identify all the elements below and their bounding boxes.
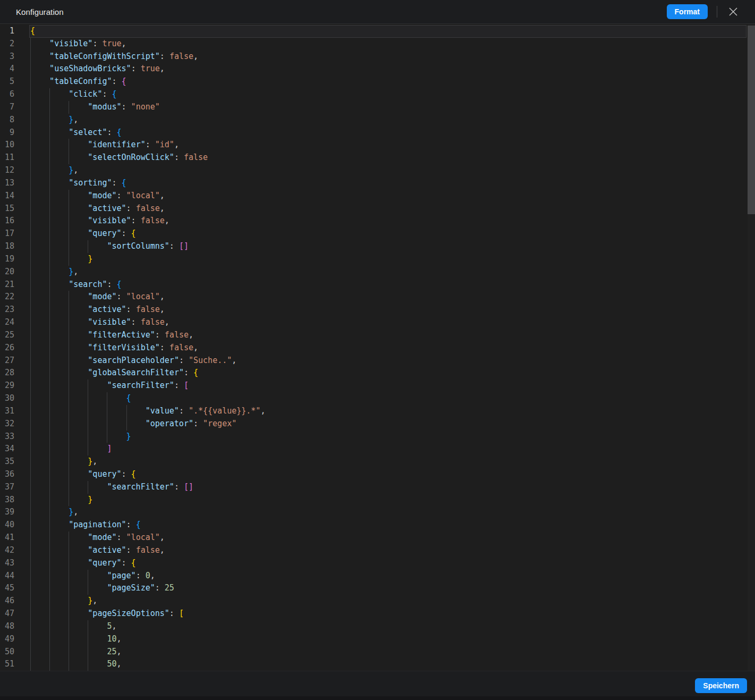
code-line[interactable]: 39},: [0, 506, 755, 519]
code-token-punc: ,: [160, 533, 165, 542]
scrollbar-thumb[interactable]: [748, 26, 755, 214]
code-line-content: "query": {: [30, 468, 136, 481]
code-line[interactable]: 36"query": {: [0, 468, 755, 481]
code-line[interactable]: 16"visible": false,: [0, 215, 755, 227]
indent-guide: [49, 620, 69, 633]
code-line-content: "pageSize": 25: [30, 582, 174, 595]
code-line[interactable]: 30{: [0, 392, 755, 405]
indent-guide: [49, 557, 69, 570]
code-line[interactable]: 11"selectOnRowClick": false: [0, 151, 755, 164]
line-number: 34: [0, 443, 14, 456]
code-line[interactable]: 9"select": {: [0, 126, 755, 139]
close-button[interactable]: [726, 5, 740, 19]
code-line[interactable]: 2"visible": true,: [0, 38, 755, 50]
code-line[interactable]: 8},: [0, 114, 755, 126]
indent-guide: [69, 658, 88, 671]
code-line[interactable]: 18"sortColumns": []: [0, 240, 755, 253]
code-line[interactable]: 24"visible": false,: [0, 316, 755, 329]
code-token-punc: ,: [160, 204, 165, 213]
code-line[interactable]: 33}: [0, 431, 755, 443]
format-button[interactable]: Format: [667, 4, 708, 19]
code-line[interactable]: 5025,: [0, 646, 755, 659]
indent-guide: [30, 544, 49, 557]
code-line-content: "identifier": "id",: [30, 139, 179, 151]
code-token-key: "searchPlaceholder": [88, 356, 179, 365]
code-line-content: },: [30, 114, 78, 126]
code-line-content: "visible": false,: [30, 215, 169, 227]
code-line[interactable]: 45"pageSize": 25: [0, 582, 755, 595]
code-token-num: 50: [107, 659, 116, 669]
indent-guide: [69, 355, 88, 367]
indent-guide: [69, 532, 88, 544]
code-line[interactable]: 5150,: [0, 658, 755, 671]
code-line[interactable]: 40"pagination": {: [0, 519, 755, 532]
indent-guide: [30, 494, 49, 507]
code-line[interactable]: 4910,: [0, 633, 755, 646]
code-line[interactable]: 6"click": {: [0, 88, 755, 101]
code-content[interactable]: 1{2"visible": true,3"tableConfigWithScri…: [0, 25, 755, 671]
code-line-content: 50,: [30, 658, 122, 671]
line-number: 13: [0, 177, 14, 190]
code-token-bb: {: [117, 128, 122, 137]
indent-guide: [69, 253, 88, 266]
code-line[interactable]: 3"tableConfigWithScript": false,: [0, 50, 755, 63]
code-line[interactable]: 13"sorting": {: [0, 177, 755, 190]
code-line[interactable]: 4"useShadowBricks": true,: [0, 63, 755, 75]
code-line[interactable]: 17"query": {: [0, 227, 755, 240]
line-number: 30: [0, 392, 14, 405]
indent-guide: [88, 582, 107, 595]
code-line[interactable]: 23"active": false,: [0, 303, 755, 316]
code-line[interactable]: 34]: [0, 443, 755, 456]
code-token-punc: ,: [117, 647, 122, 656]
line-number: 31: [0, 405, 14, 418]
code-line[interactable]: 10"identifier": "id",: [0, 139, 755, 151]
code-line[interactable]: 26"filterVisible": false,: [0, 342, 755, 355]
code-line[interactable]: 14"mode": "local",: [0, 190, 755, 203]
code-token-bg: }: [88, 495, 92, 504]
code-line[interactable]: 1{: [0, 25, 755, 38]
code-line[interactable]: 31"value": ".*{{value}}.*",: [0, 405, 755, 418]
code-line[interactable]: 27"searchPlaceholder": "Suche..",: [0, 355, 755, 367]
save-button[interactable]: Speichern: [695, 678, 747, 693]
code-line[interactable]: 5"tableConfig": {: [0, 75, 755, 88]
code-line[interactable]: 15"active": false,: [0, 203, 755, 215]
code-line[interactable]: 44"page": 0,: [0, 570, 755, 583]
code-line[interactable]: 43"query": {: [0, 557, 755, 570]
code-token-punc: :: [174, 153, 184, 162]
code-token-punc: :: [184, 368, 193, 377]
code-line[interactable]: 37"searchFilter": []: [0, 481, 755, 494]
code-line[interactable]: 42"active": false,: [0, 544, 755, 557]
code-line[interactable]: 485,: [0, 620, 755, 633]
editor-scrollbar[interactable]: [748, 24, 755, 671]
code-line[interactable]: 12},: [0, 164, 755, 177]
code-line[interactable]: 41"mode": "local",: [0, 532, 755, 544]
code-line[interactable]: 20},: [0, 266, 755, 279]
code-line[interactable]: 28"globalSearchFilter": {: [0, 367, 755, 379]
code-line[interactable]: 19}: [0, 253, 755, 266]
indent-guide: [69, 443, 88, 456]
code-line[interactable]: 32"operator": "regex": [0, 418, 755, 431]
code-token-key: "query": [88, 469, 121, 479]
code-token-key: "search": [69, 280, 107, 289]
code-line[interactable]: 22"mode": "local",: [0, 291, 755, 303]
code-line[interactable]: 47"pageSizeOptions": [: [0, 608, 755, 620]
indent-guide: [88, 633, 107, 646]
indent-guide: [49, 646, 69, 659]
indent-guide: [30, 75, 49, 88]
code-line[interactable]: 29"searchFilter": [: [0, 379, 755, 392]
code-line-content: {: [30, 392, 131, 405]
code-line[interactable]: 46},: [0, 595, 755, 608]
code-token-bb: }: [69, 165, 73, 175]
indent-guide: [49, 215, 69, 227]
indent-guide: [69, 291, 88, 303]
code-token-bool: false: [169, 52, 193, 61]
code-line[interactable]: 7"modus": "none": [0, 101, 755, 114]
code-line[interactable]: 25"filterActive": false,: [0, 329, 755, 342]
code-line[interactable]: 35},: [0, 456, 755, 468]
code-editor[interactable]: 1{2"visible": true,3"tableConfigWithScri…: [0, 24, 755, 671]
code-line-content: "mode": "local",: [30, 291, 165, 303]
code-line-content: "click": {: [30, 88, 117, 101]
code-line[interactable]: 38}: [0, 494, 755, 507]
code-line[interactable]: 21"search": {: [0, 279, 755, 291]
code-line-content: },: [30, 266, 78, 279]
